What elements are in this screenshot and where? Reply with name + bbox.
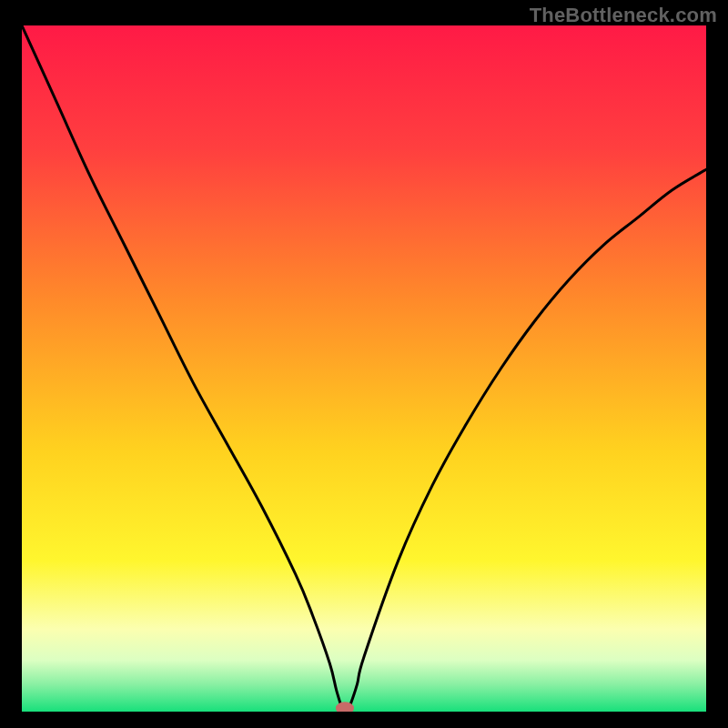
chart-frame: TheBottleneck.com xyxy=(0,0,728,728)
bottleneck-chart xyxy=(22,25,706,712)
plot-area xyxy=(22,25,706,712)
watermark-text: TheBottleneck.com xyxy=(530,4,717,27)
gradient-background xyxy=(22,25,706,712)
